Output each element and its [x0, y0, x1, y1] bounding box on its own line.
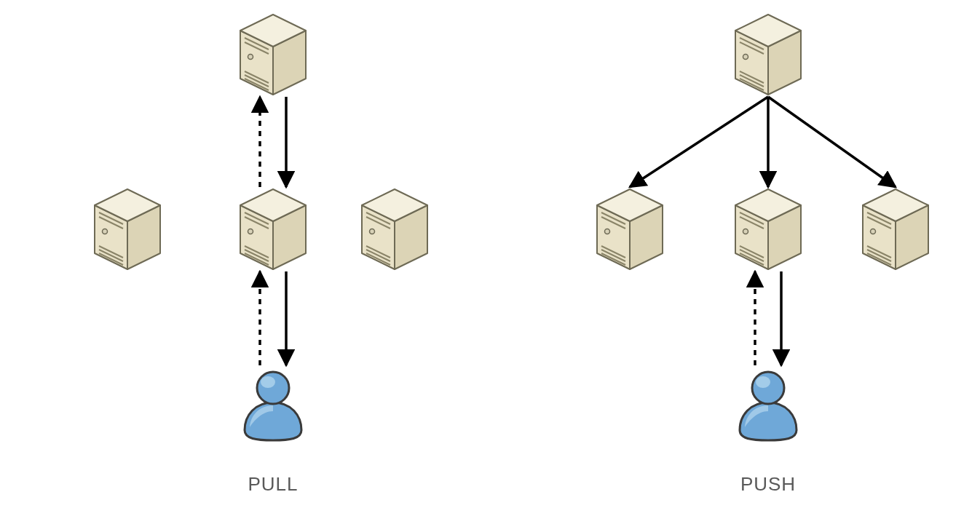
server-icon	[240, 189, 306, 269]
server-icon	[863, 189, 928, 269]
label-push: PUSH	[714, 473, 823, 496]
user-icon	[740, 372, 797, 440]
server-icon	[240, 15, 306, 95]
server-icon	[735, 189, 801, 269]
response-arrow	[768, 97, 896, 187]
label-pull: PULL	[218, 473, 328, 496]
server-icon	[95, 189, 160, 269]
server-icon	[362, 189, 427, 269]
response-arrow	[630, 97, 768, 187]
server-icon	[735, 15, 801, 95]
nodes-layer	[95, 15, 928, 440]
server-icon	[597, 189, 663, 269]
user-icon	[245, 372, 301, 440]
diagram-canvas	[0, 0, 980, 524]
